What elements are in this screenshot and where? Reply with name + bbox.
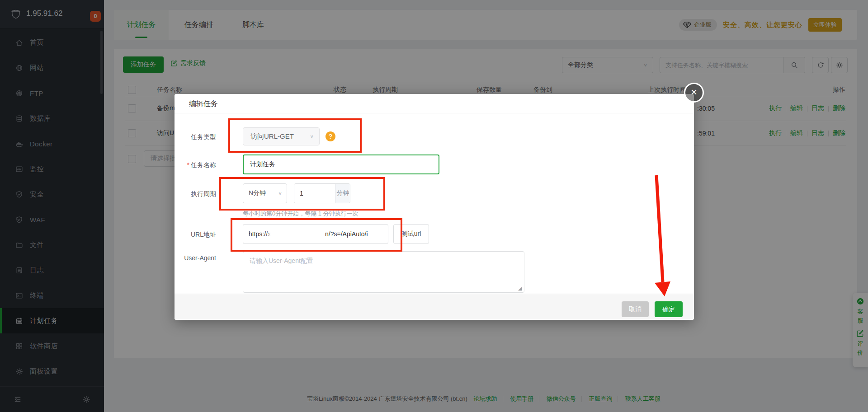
modal-title: 编辑任务: [189, 99, 218, 109]
annotation-box-url: [231, 218, 402, 252]
modal-header: 编辑任务: [175, 94, 694, 113]
task-name-input[interactable]: 计划任务: [243, 154, 439, 174]
modal-footer: [175, 294, 694, 320]
cycle-help-text: 每小时的第0分钟开始，每隔 1 分钟执行一次: [243, 210, 359, 218]
app-window: 1.95.91.62 0 首页 网站 FTP 数据库 Docker 监控 安全 …: [0, 0, 868, 412]
task-name-label: *任务名称: [175, 161, 216, 169]
user-agent-textarea[interactable]: [243, 251, 524, 293]
close-icon: ×: [691, 86, 697, 98]
annotation-box-task-type: [228, 118, 362, 153]
task-type-label: 任务类型: [175, 133, 216, 141]
annotation-box-cycle: [219, 177, 385, 211]
cycle-label: 执行周期: [175, 190, 216, 198]
url-label: URL地址: [175, 231, 216, 239]
edit-task-modal: 编辑任务 任务类型 访问URL-GET ∨ ? *任务名称 计划任务 执行周期 …: [175, 94, 694, 320]
modal-close-button[interactable]: ×: [684, 83, 704, 103]
user-agent-label: User-Agent: [175, 254, 216, 262]
confirm-button[interactable]: 确定: [655, 301, 683, 317]
cancel-button[interactable]: 取消: [622, 301, 649, 317]
